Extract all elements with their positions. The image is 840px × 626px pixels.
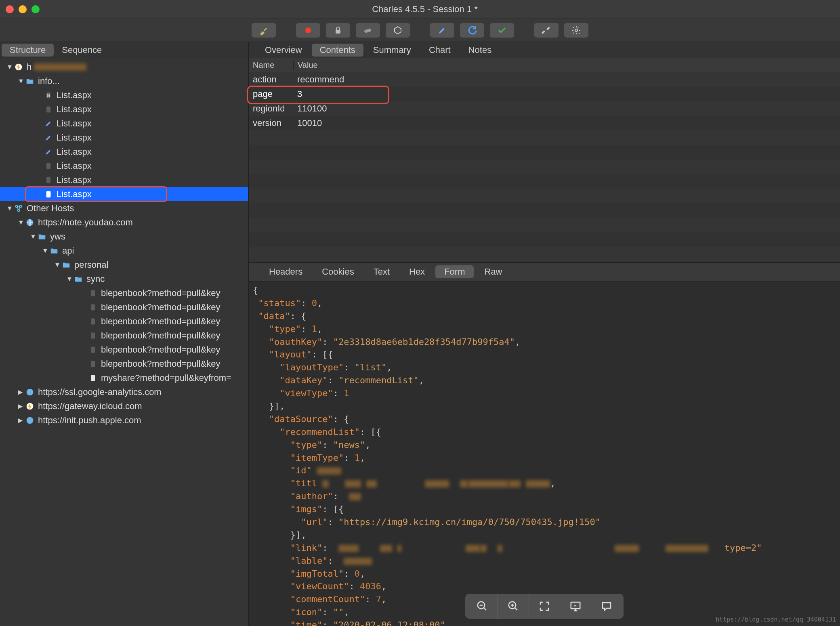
tree-label: blepenbook?method=pull&key bbox=[101, 316, 220, 327]
json-num: 7 bbox=[376, 594, 381, 604]
settings-button[interactable] bbox=[564, 23, 588, 38]
tab-overview[interactable]: Overview bbox=[257, 44, 310, 57]
tree-label: List.aspx bbox=[57, 118, 92, 129]
tab-structure[interactable]: Structure bbox=[2, 44, 54, 57]
tree-node-file[interactable]: (i)List.aspx bbox=[0, 88, 248, 102]
globe-icon bbox=[25, 387, 35, 397]
tree-node-file[interactable]: List.aspx bbox=[0, 145, 248, 159]
tree-node-host[interactable]: ▼https://note.youdao.com bbox=[0, 215, 248, 229]
file-icon bbox=[44, 175, 53, 185]
doc-icon bbox=[88, 373, 98, 383]
tree-node-otherhosts[interactable]: ▼Other Hosts bbox=[0, 201, 248, 215]
tree-node-folder[interactable]: ▼info... bbox=[0, 74, 248, 88]
globe-icon bbox=[25, 416, 35, 425]
tree-node-file[interactable]: blepenbook?method=pull&key bbox=[0, 300, 248, 314]
tree[interactable]: ▼h ▼info... (i)List.aspx List.aspx List.… bbox=[0, 58, 248, 626]
right-tabbar: Overview Contents Summary Chart Notes bbox=[249, 42, 840, 58]
kv-header: Name Value bbox=[249, 58, 840, 72]
zoom-out-button[interactable] bbox=[467, 594, 498, 619]
lock-button[interactable] bbox=[326, 23, 350, 38]
tree-node-folder[interactable]: ▼yws bbox=[0, 229, 248, 244]
close-window-icon[interactable] bbox=[6, 5, 14, 13]
tab-notes[interactable]: Notes bbox=[460, 44, 500, 57]
kv-value: 3 bbox=[293, 89, 302, 99]
titlebar: Charles 4.5.5 - Session 1 * bbox=[0, 0, 840, 19]
file-icon bbox=[88, 288, 98, 298]
kv-value: 10010 bbox=[293, 118, 322, 128]
tab-headers[interactable]: Headers bbox=[260, 265, 311, 278]
tree-node-file[interactable]: blepenbook?method=pull&key bbox=[0, 286, 248, 300]
tab-hex[interactable]: Hex bbox=[400, 265, 434, 278]
tools-button[interactable] bbox=[534, 23, 559, 38]
json-str: https://img9.kcimg.cn/imga/0/750/750435.… bbox=[344, 517, 595, 527]
tab-raw[interactable]: Raw bbox=[475, 265, 511, 278]
svg-rect-12 bbox=[46, 177, 50, 183]
body-tabbar: Headers Cookies Text Hex Form Raw bbox=[249, 262, 840, 281]
tree-node-file[interactable]: blepenbook?method=pull&key bbox=[0, 357, 248, 371]
tab-cookies[interactable]: Cookies bbox=[313, 265, 363, 278]
tree-node-file[interactable]: blepenbook?method=pull&key bbox=[0, 328, 248, 342]
tab-contents[interactable]: Contents bbox=[312, 44, 363, 57]
tree-node-folder[interactable]: ▼sync bbox=[0, 272, 248, 286]
kv-header-value[interactable]: Value bbox=[294, 61, 318, 70]
svg-point-3 bbox=[367, 29, 371, 32]
tree-node-host[interactable]: ▶https://ssl.google-analytics.com bbox=[0, 385, 248, 399]
record-button[interactable] bbox=[296, 23, 320, 38]
right-panel: Overview Contents Summary Chart Notes Na… bbox=[249, 42, 840, 626]
folder-icon bbox=[74, 274, 83, 284]
zoom-window-icon[interactable] bbox=[32, 5, 40, 13]
repeat-button[interactable] bbox=[460, 23, 484, 38]
comment-button[interactable] bbox=[591, 594, 622, 619]
tree-label: List.aspx bbox=[57, 132, 92, 143]
validate-button[interactable] bbox=[490, 23, 514, 38]
tree-node-file[interactable]: List.aspx bbox=[0, 173, 248, 187]
svg-point-4 bbox=[365, 30, 365, 31]
tree-node-file[interactable]: myshare?method=pull&keyfrom= bbox=[0, 371, 248, 385]
tree-node-file[interactable]: blepenbook?method=pull&key bbox=[0, 342, 248, 357]
breakpoints-button[interactable] bbox=[386, 23, 410, 38]
json-num: 0 bbox=[355, 569, 360, 579]
window-title: Charles 4.5.5 - Session 1 * bbox=[40, 4, 810, 15]
zoom-in-button[interactable] bbox=[498, 594, 529, 619]
json-num: 1 bbox=[355, 453, 360, 463]
kv-row[interactable]: version10010 bbox=[249, 116, 840, 130]
json-num: 4036 bbox=[360, 581, 381, 591]
broom-button[interactable] bbox=[252, 23, 276, 38]
tree-node-host[interactable]: ▼h bbox=[0, 60, 248, 74]
kv-row[interactable]: regionId110100 bbox=[249, 101, 840, 116]
tree-node-file[interactable]: List.aspx bbox=[0, 102, 248, 116]
kv-row[interactable]: page3 bbox=[249, 87, 840, 101]
tree-node-host[interactable]: ▶https://init.push.apple.com bbox=[0, 413, 248, 427]
tab-sequence[interactable]: Sequence bbox=[54, 44, 110, 57]
file-icon bbox=[44, 189, 53, 199]
tree-node-file[interactable]: List.aspx bbox=[0, 116, 248, 130]
tab-form[interactable]: Form bbox=[435, 265, 474, 278]
json-str: 2020-02-06 12:08:00 bbox=[338, 620, 440, 626]
kv-row[interactable]: actionrecommend bbox=[249, 72, 840, 87]
tree-node-file[interactable]: List.aspx bbox=[0, 159, 248, 173]
tree-node-folder[interactable]: ▼personal bbox=[0, 258, 248, 272]
tree-node-file[interactable]: blepenbook?method=pull&key bbox=[0, 314, 248, 328]
tab-summary[interactable]: Summary bbox=[365, 44, 419, 57]
tree-node-file[interactable]: List.aspx bbox=[0, 130, 248, 145]
file-icon bbox=[88, 359, 98, 369]
tab-text[interactable]: Text bbox=[365, 265, 399, 278]
json-key: titl bbox=[296, 478, 317, 488]
tree-node-folder[interactable]: ▼api bbox=[0, 244, 248, 258]
svg-rect-10 bbox=[46, 106, 50, 112]
tab-chart[interactable]: Chart bbox=[421, 44, 459, 57]
network-icon bbox=[14, 204, 23, 213]
kv-name: regionId bbox=[249, 103, 293, 114]
json-num: 1 bbox=[312, 324, 317, 334]
tree-node-file-selected[interactable]: List.aspx bbox=[0, 187, 248, 201]
compose-button[interactable] bbox=[430, 23, 454, 38]
minimize-window-icon[interactable] bbox=[19, 5, 27, 13]
kv-header-name[interactable]: Name bbox=[249, 61, 294, 70]
present-button[interactable] bbox=[560, 594, 591, 619]
tree-node-host[interactable]: ▶https://gateway.icloud.com bbox=[0, 399, 248, 413]
json-str: recommendList bbox=[344, 375, 413, 385]
file-icon bbox=[44, 105, 53, 114]
throttle-button[interactable] bbox=[356, 23, 380, 38]
fullscreen-button[interactable] bbox=[529, 594, 560, 619]
json-viewer[interactable]: { "status": 0, "data": { "type": 1, "oau… bbox=[249, 281, 840, 626]
